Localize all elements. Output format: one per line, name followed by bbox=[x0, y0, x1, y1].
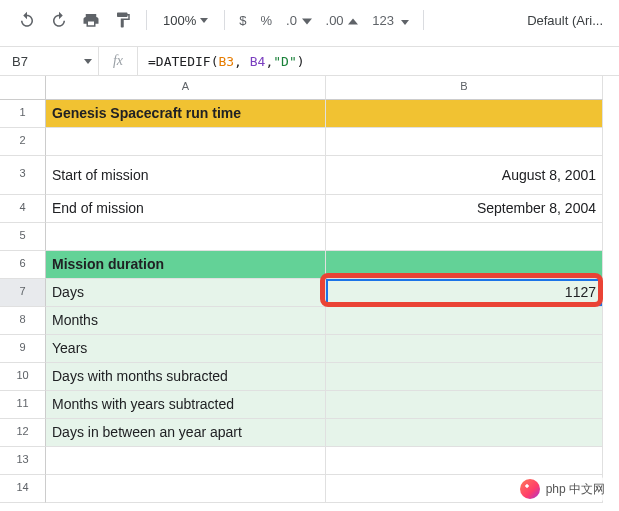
redo-button[interactable] bbox=[44, 6, 74, 34]
separator bbox=[423, 10, 424, 30]
select-all-corner[interactable] bbox=[0, 76, 46, 100]
undo-button[interactable] bbox=[12, 6, 42, 34]
row-header[interactable]: 2 bbox=[0, 128, 46, 156]
chevron-down-icon bbox=[84, 59, 92, 64]
watermark: php 中文网 bbox=[514, 477, 611, 501]
cell-B2[interactable] bbox=[326, 128, 603, 156]
row-header[interactable]: 6 bbox=[0, 251, 46, 279]
cell-B13[interactable] bbox=[326, 447, 603, 475]
row-header[interactable]: 13 bbox=[0, 447, 46, 475]
formula-bar: B7 fx =DATEDIF(B3, B4,"D") bbox=[0, 47, 619, 76]
cell-A3[interactable]: Start of mission bbox=[46, 156, 326, 195]
cell-A13[interactable] bbox=[46, 447, 326, 475]
watermark-text: php 中文网 bbox=[546, 481, 605, 498]
column-header-B[interactable]: B bbox=[326, 76, 603, 100]
cell-B3[interactable]: August 8, 2001 bbox=[326, 156, 603, 195]
row-header[interactable]: 14 bbox=[0, 475, 46, 503]
cell-B4[interactable]: September 8, 2004 bbox=[326, 195, 603, 223]
row-header[interactable]: 4 bbox=[0, 195, 46, 223]
separator bbox=[224, 10, 225, 30]
print-button[interactable] bbox=[76, 6, 106, 34]
zoom-picker[interactable]: 100% bbox=[155, 13, 216, 28]
cell-A6[interactable]: Mission duration bbox=[46, 251, 326, 279]
more-formats-button[interactable]: 123 bbox=[366, 13, 414, 28]
decrease-decimal-button[interactable]: .0 bbox=[280, 13, 317, 28]
cell-A4[interactable]: End of mission bbox=[46, 195, 326, 223]
cell-A11[interactable]: Months with years subtracted bbox=[46, 391, 326, 419]
cell-A5[interactable] bbox=[46, 223, 326, 251]
cell-B8[interactable] bbox=[326, 307, 603, 335]
cell-B9[interactable] bbox=[326, 335, 603, 363]
cell-A2[interactable] bbox=[46, 128, 326, 156]
selection-border bbox=[326, 279, 602, 306]
cell-A14[interactable] bbox=[46, 475, 326, 503]
row-header[interactable]: 8 bbox=[0, 307, 46, 335]
row-header[interactable]: 12 bbox=[0, 419, 46, 447]
cell-A8[interactable]: Months bbox=[46, 307, 326, 335]
cell-B5[interactable] bbox=[326, 223, 603, 251]
watermark-icon bbox=[520, 479, 540, 499]
chevron-down-icon bbox=[200, 18, 208, 23]
increase-decimal-button[interactable]: .00 bbox=[320, 13, 365, 28]
fill-handle[interactable] bbox=[597, 301, 603, 307]
name-box[interactable]: B7 bbox=[12, 54, 98, 69]
font-name: Default (Ari... bbox=[527, 13, 603, 28]
cell-B6[interactable] bbox=[326, 251, 603, 279]
up-arrow-icon bbox=[348, 18, 358, 25]
cell-reference: B7 bbox=[12, 54, 28, 69]
cell-B1[interactable] bbox=[326, 100, 603, 128]
format-currency-button[interactable]: $ bbox=[233, 13, 252, 28]
cell-A7[interactable]: Days bbox=[46, 279, 326, 307]
cell-A9[interactable]: Years bbox=[46, 335, 326, 363]
cell-A12[interactable]: Days in between an year apart bbox=[46, 419, 326, 447]
fx-label: fx bbox=[98, 47, 138, 75]
row-header[interactable]: 7 bbox=[0, 279, 46, 307]
toolbar: 100% $ % .0 .00 123 Default (Ari... bbox=[0, 0, 619, 47]
paint-format-button[interactable] bbox=[108, 6, 138, 34]
cell-B10[interactable] bbox=[326, 363, 603, 391]
formula-input[interactable]: =DATEDIF(B3, B4,"D") bbox=[148, 54, 305, 69]
separator bbox=[146, 10, 147, 30]
column-header-A[interactable]: A bbox=[46, 76, 326, 100]
cell-B11[interactable] bbox=[326, 391, 603, 419]
row-header[interactable]: 10 bbox=[0, 363, 46, 391]
chevron-down-icon bbox=[401, 20, 409, 25]
cell-A10[interactable]: Days with months subracted bbox=[46, 363, 326, 391]
row-header[interactable]: 11 bbox=[0, 391, 46, 419]
zoom-value: 100% bbox=[163, 13, 196, 28]
row-header[interactable]: 9 bbox=[0, 335, 46, 363]
cell-B7[interactable]: 1127 bbox=[326, 279, 603, 307]
down-arrow-icon bbox=[302, 18, 312, 25]
row-header[interactable]: 3 bbox=[0, 156, 46, 195]
row-header[interactable]: 1 bbox=[0, 100, 46, 128]
format-percent-button[interactable]: % bbox=[254, 13, 278, 28]
row-header[interactable]: 5 bbox=[0, 223, 46, 251]
cell-B12[interactable] bbox=[326, 419, 603, 447]
cell-A1[interactable]: Genesis Spacecraft run time bbox=[46, 100, 326, 128]
spreadsheet-grid: A B 1 Genesis Spacecraft run time 2 3 St… bbox=[0, 76, 619, 503]
font-picker[interactable]: Default (Ari... bbox=[527, 13, 607, 28]
